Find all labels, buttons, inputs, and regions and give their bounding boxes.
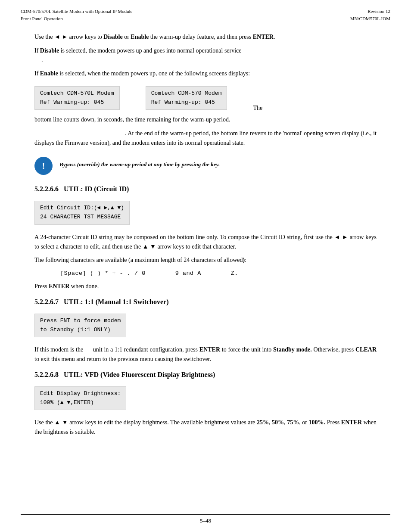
- header-left: CDM-570/570L Satellite Modem with Option…: [21, 8, 133, 22]
- note-text: Bypass (override) the warm-up period at …: [59, 157, 220, 169]
- para-enable: If Enable is selected, when the modem po…: [34, 69, 377, 78]
- enter-bold-666: ENTER: [49, 283, 69, 289]
- section-666-number: 5.2.2.6.6: [34, 185, 59, 193]
- section-668-title: UTIL: VFD (Video Fluorescent Display Bri…: [64, 371, 215, 378]
- brightness-100: 100%.: [309, 419, 326, 426]
- enable-text: Enable: [131, 34, 149, 40]
- section-668-heading: 5.2.2.6.8 UTIL: VFD (Video Fluorescent D…: [34, 371, 377, 379]
- code-666-line2: 24 CHARACTER TST MESSAGE: [40, 213, 124, 222]
- para-666-chars-intro: The following characters are available (…: [34, 255, 377, 265]
- code-block-570: Comtech CDM-570 Modem Ref Warming-up: 04…: [146, 86, 227, 110]
- page-footer: 5–48: [21, 514, 390, 524]
- code-570l-line2: Ref Warming-up: 045: [40, 98, 114, 107]
- clear-bold: CLEAR: [355, 346, 377, 353]
- note-box: ! Bypass (override) the warm-up period a…: [34, 155, 377, 177]
- section-667-title: UTIL: 1:1 (Manual 1:1 Switchover): [64, 298, 169, 305]
- press-enter-666: Press ENTER when done.: [34, 282, 377, 291]
- section-667-number: 5.2.2.6.7: [34, 298, 59, 305]
- brightness-25: 25%: [257, 419, 269, 426]
- section-667-heading: 5.2.2.6.7 UTIL: 1:1 (Manual 1:1 Switchov…: [34, 298, 377, 306]
- brightness-75: 75%: [287, 419, 299, 426]
- para-666-description: A 24-character Circuit ID string may be …: [34, 233, 377, 251]
- page-number: 5–48: [200, 517, 211, 524]
- para-667-description: If this modem is the unit in a 1:1 redun…: [34, 345, 377, 364]
- code-block-666: Edit Circuit ID:(◄ ►,▲ ▼) 24 CHARACTER T…: [34, 201, 130, 225]
- brightness-50: 50%: [272, 419, 284, 426]
- note-icon: !: [34, 157, 53, 175]
- section-668-number: 5.2.2.6.8: [34, 371, 59, 378]
- code-block-668: Edit Display Brightness: 100% (▲ ▼,ENTER…: [34, 386, 126, 411]
- disable-label: Disable: [40, 47, 59, 54]
- enter-bold-667: ENTER: [199, 346, 220, 353]
- enter-text: ENTER: [253, 34, 274, 40]
- code-667-line1: Press ENT to force modem: [40, 317, 121, 326]
- page: CDM-570/570L Satellite Modem with Option…: [0, 0, 411, 532]
- content-area: Use the ◄ ► arrow keys to Disable or Ena…: [0, 25, 411, 454]
- code-blocks-row: Comtech CDM-570L Modem Ref Warming-up: 0…: [34, 83, 377, 114]
- para-warmup-end: . At the end of the warm-up period, the …: [34, 129, 377, 147]
- header-right: Revision 12 MN/CDM570L.IOM: [350, 8, 390, 22]
- code-570-line1: Comtech CDM-570 Modem: [151, 89, 222, 98]
- section-666-heading: 5.2.2.6.6 UTIL: ID (Circuit ID): [34, 185, 377, 193]
- para-disable: If Disable is selected, the modem powers…: [34, 46, 377, 65]
- code-667-line2: to Standby (1:1 ONLY): [40, 326, 121, 335]
- code-668-line1: Edit Display Brightness:: [40, 389, 121, 398]
- header-revision: Revision 12: [350, 8, 390, 15]
- code-668-line2: 100% (▲ ▼,ENTER): [40, 398, 121, 408]
- enter-bold-668: ENTER: [341, 419, 362, 426]
- page-header: CDM-570/570L Satellite Modem with Option…: [0, 0, 411, 25]
- disable-text: Disable: [103, 34, 122, 40]
- header-doc-title: CDM-570/570L Satellite Modem with Option…: [21, 8, 133, 15]
- chars-line: [Space] ( ) * + - . / 0 9 and A Z.: [60, 270, 377, 277]
- para-countdown: bottom line counts down, in seconds, the…: [34, 115, 377, 124]
- para-668-description: Use the ▲ ▼ arrow keys to edit the displ…: [34, 418, 377, 436]
- code-block-570l: Comtech CDM-570L Modem Ref Warming-up: 0…: [34, 86, 120, 110]
- section-666-title: UTIL: ID (Circuit ID): [64, 185, 129, 193]
- enable-label: Enable: [40, 70, 58, 77]
- standby-bold: Standby mode.: [273, 346, 312, 353]
- the-label: The: [253, 105, 262, 113]
- para-arrow-keys: Use the ◄ ► arrow keys to Disable or Ena…: [34, 32, 377, 42]
- code-block-667: Press ENT to force modem to Standby (1:1…: [34, 314, 126, 338]
- code-666-line1: Edit Circuit ID:(◄ ►,▲ ▼): [40, 204, 124, 213]
- header-section-title: Front Panel Operation: [21, 15, 133, 22]
- code-570l-line1: Comtech CDM-570L Modem: [40, 89, 114, 98]
- header-doc-number: MN/CDM570L.IOM: [350, 15, 390, 22]
- code-570-line2: Ref Warming-up: 045: [151, 98, 222, 107]
